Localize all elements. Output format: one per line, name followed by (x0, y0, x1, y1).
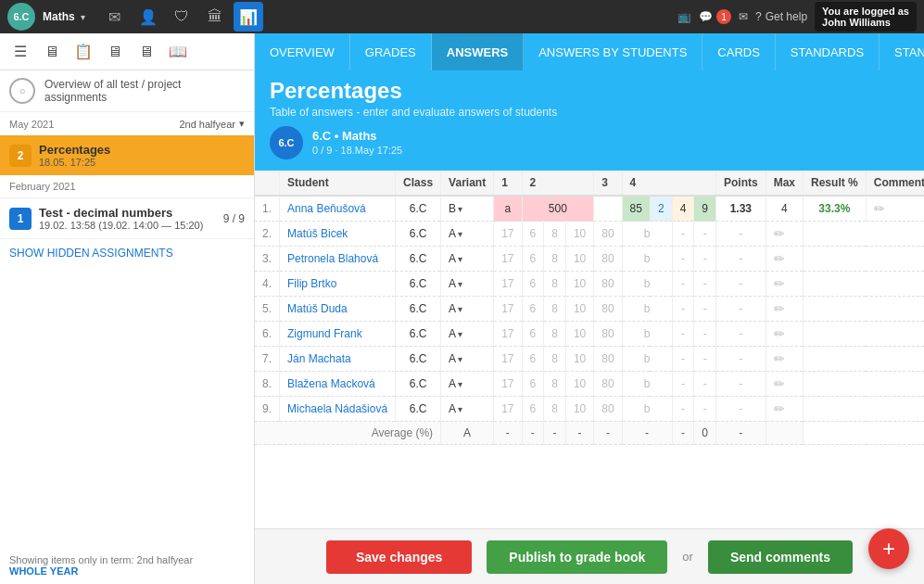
q4c-cell[interactable]: b (622, 397, 672, 422)
q2-cell[interactable]: 6 (522, 397, 544, 422)
student-name[interactable]: Zigmund Frank (280, 322, 396, 347)
variant-arrow[interactable]: ▾ (458, 329, 462, 339)
variant-cell[interactable]: A ▾ (441, 347, 494, 372)
q2-cell[interactable]: 6 (522, 297, 544, 322)
variant-arrow[interactable]: ▾ (458, 254, 462, 264)
edit-icon[interactable]: ✏ (774, 226, 785, 241)
whole-year-link[interactable]: WHOLE YEAR (9, 565, 78, 577)
comment-cell[interactable]: ✏ (766, 222, 803, 247)
q3-cell[interactable] (594, 196, 622, 222)
active-assignment[interactable]: 2 Percentages 18.05. 17:25 (0, 135, 254, 175)
q3-val[interactable]: 85 (622, 196, 650, 222)
comment-cell[interactable]: ✏ (766, 372, 803, 397)
q4b-val[interactable]: 2 (650, 196, 672, 222)
q4d-val[interactable]: 9 (694, 196, 716, 222)
q4a-cell[interactable]: 10 (565, 347, 593, 372)
q4a-cell[interactable]: 10 (565, 397, 593, 422)
cast-button[interactable]: 📺 (677, 10, 691, 23)
q4c-cell[interactable]: b (622, 372, 672, 397)
dropdown-arrow[interactable]: ▾ (81, 12, 85, 22)
q3-cell[interactable]: 8 (544, 272, 566, 297)
variant-arrow[interactable]: ▾ (458, 304, 462, 314)
edit-icon[interactable]: ✏ (774, 251, 785, 266)
monitor-icon[interactable]: 🖥 (102, 39, 128, 65)
publish-button[interactable]: Publish to grade book (487, 540, 667, 574)
q4b-cell[interactable]: 80 (594, 397, 622, 422)
variant-arrow[interactable]: ▾ (458, 204, 462, 214)
variant-cell[interactable]: A ▾ (441, 322, 494, 347)
q4a-cell[interactable]: 10 (565, 372, 593, 397)
tab-overview[interactable]: OVERVIEW (255, 33, 350, 70)
q1-cell[interactable]: 17 (494, 297, 522, 322)
q3-cell[interactable]: 8 (544, 222, 566, 247)
comment-cell[interactable]: ✏ (766, 322, 803, 347)
mail-icon[interactable]: ✉ (100, 2, 130, 32)
chat-button[interactable]: 💬 1 (699, 9, 731, 24)
q1-cell[interactable]: 17 (494, 222, 522, 247)
variant-cell[interactable]: A ▾ (441, 222, 494, 247)
edit-icon[interactable]: ✏ (774, 301, 785, 316)
student-name[interactable]: Ján Machata (280, 347, 396, 372)
student-name[interactable]: Matúš Bicek (280, 222, 396, 247)
comment-cell[interactable]: ✏ (766, 347, 803, 372)
edit-icon[interactable]: ✏ (774, 376, 785, 391)
q1-cell[interactable]: 17 (494, 272, 522, 297)
q3-cell[interactable]: 8 (544, 347, 566, 372)
student-name[interactable]: Blažena Macková (280, 372, 396, 397)
variant-arrow[interactable]: ▾ (458, 354, 462, 364)
q4b-cell[interactable]: 80 (594, 372, 622, 397)
comment-cell[interactable]: ✏ (766, 272, 803, 297)
student-name[interactable]: Matúš Duda (280, 297, 396, 322)
edit-icon[interactable]: ✏ (774, 326, 785, 341)
q2-cell[interactable]: 6 (522, 372, 544, 397)
variant-arrow[interactable]: ▾ (458, 229, 462, 239)
person-icon[interactable]: 👤 (133, 2, 163, 32)
q4a-cell[interactable]: 10 (565, 297, 593, 322)
q3-cell[interactable]: 8 (544, 372, 566, 397)
tab-answers[interactable]: ANSWERS (432, 33, 524, 70)
help-button[interactable]: ? Get help (755, 10, 807, 23)
bank-nav-icon[interactable]: 🏛 (200, 2, 230, 32)
variant-cell[interactable]: A ▾ (441, 372, 494, 397)
comment-cell[interactable]: ✏ (766, 247, 803, 272)
menu-icon[interactable]: ☰ (7, 39, 33, 65)
q3-cell[interactable]: 8 (544, 247, 566, 272)
q4c-cell[interactable]: b (622, 322, 672, 347)
q2-cell[interactable]: 500 (522, 196, 594, 222)
q4a-cell[interactable]: 10 (565, 272, 593, 297)
q4c-cell[interactable]: b (622, 347, 672, 372)
q1-cell[interactable]: 17 (494, 347, 522, 372)
q2-cell[interactable]: 6 (522, 347, 544, 372)
edit-icon[interactable]: ✏ (774, 401, 785, 416)
q2-cell[interactable]: 6 (522, 322, 544, 347)
fab-button[interactable]: + (868, 528, 909, 569)
student-name[interactable]: Petronela Blahová (280, 247, 396, 272)
student-name[interactable]: Michaela Nádašiová (280, 397, 396, 422)
q4b-cell[interactable]: 80 (594, 222, 622, 247)
q1-cell[interactable]: 17 (494, 247, 522, 272)
tab-grades[interactable]: GRADES (350, 33, 432, 70)
comment-cell[interactable]: ✏ (866, 196, 924, 222)
q4c-val[interactable]: 4 (672, 196, 694, 222)
q2-cell[interactable]: 6 (522, 222, 544, 247)
edit-icon[interactable]: ✏ (874, 201, 885, 216)
tab-cards[interactable]: CARDS (702, 33, 776, 70)
show-hidden-button[interactable]: SHOW HIDDEN ASSIGNMENTS (0, 238, 254, 267)
book-icon[interactable]: 📖 (165, 39, 191, 65)
q4b-cell[interactable]: 80 (594, 297, 622, 322)
shield-nav-icon[interactable]: 🛡 (167, 2, 196, 32)
q2-cell[interactable]: 6 (522, 272, 544, 297)
q3-cell[interactable]: 8 (544, 297, 566, 322)
comment-cell[interactable]: ✏ (766, 297, 803, 322)
q4b-cell[interactable]: 80 (594, 272, 622, 297)
q4a-cell[interactable]: 10 (565, 322, 593, 347)
save-button[interactable]: Save changes (326, 540, 472, 574)
q2-cell[interactable]: 6 (522, 247, 544, 272)
q4b-cell[interactable]: 80 (594, 347, 622, 372)
variant-cell[interactable]: A ▾ (441, 297, 494, 322)
tab-standards-tree[interactable]: STANDARDS TREE (880, 33, 924, 70)
avatar[interactable]: 6.C (7, 3, 35, 31)
student-name[interactable]: Anna Beňušová (280, 196, 396, 222)
tab-answers-by-students[interactable]: ANSWERS BY STUDENTS (524, 33, 702, 70)
q1-cell[interactable]: 17 (494, 322, 522, 347)
